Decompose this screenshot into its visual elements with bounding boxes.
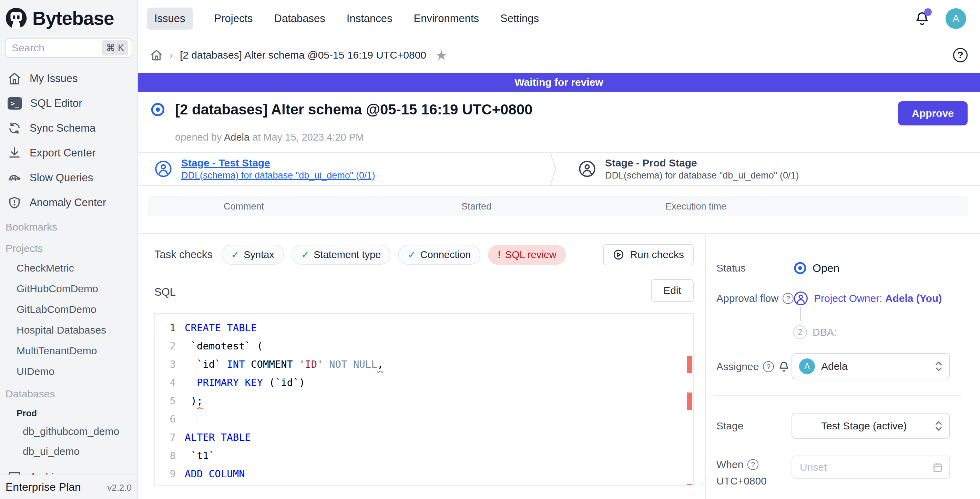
sidebar-item-sql-editor[interactable]: >_ SQL Editor xyxy=(0,91,137,116)
approval-step-2-role: DBA: xyxy=(813,326,837,338)
code-line: 5 ); xyxy=(155,392,693,410)
check-syntax[interactable]: ✓ Syntax xyxy=(221,245,284,265)
sidebar-item-label: Export Center xyxy=(30,147,95,159)
code-line: 8 `t1` xyxy=(155,447,693,465)
code-line: 4 PRIMARY KEY (`id`) xyxy=(155,373,693,392)
tab-issues[interactable]: Issues xyxy=(147,8,193,30)
approval-flow-label: Approval flow xyxy=(716,292,778,304)
sidebar-item-label: SQL Editor xyxy=(30,97,82,110)
code-lines: 1CREATE TABLE2 `demotest` (3 `id` INT CO… xyxy=(155,314,693,486)
code-line: 6 xyxy=(155,410,693,428)
sidebar-project-checkmetric[interactable]: CheckMetric xyxy=(0,258,137,278)
star-icon[interactable]: ★ xyxy=(435,47,448,63)
pipeline: Stage - Test Stage DDL(schema) for datab… xyxy=(138,152,980,186)
version-label: v2.2.0 xyxy=(107,483,132,493)
approval-help-icon[interactable]: ? xyxy=(783,293,794,304)
approve-button[interactable]: Approve xyxy=(898,101,967,126)
nav-tabs: Issues Projects Databases Instances Envi… xyxy=(147,8,539,30)
code-line: 2 `demotest` ( xyxy=(155,337,693,355)
stage-task: DDL(schema) for database "db_ui_demo" (0… xyxy=(605,170,799,181)
run-checks-button[interactable]: Run checks xyxy=(603,244,694,265)
chevron-up-down-icon xyxy=(934,361,943,372)
shield-alert-icon xyxy=(8,196,21,210)
bytebase-logo-icon xyxy=(5,7,27,30)
sidebar-item-export-center[interactable]: Export Center xyxy=(0,141,137,165)
stage-title-link[interactable]: Stage - Test Stage xyxy=(181,157,375,169)
sidebar-db-ui-demo[interactable]: db_ui_demo xyxy=(0,442,137,461)
sidebar-item-label: My Issues xyxy=(30,72,78,85)
stage-test-stage[interactable]: Stage - Test Stage DDL(schema) for datab… xyxy=(138,153,544,185)
tab-databases[interactable]: Databases xyxy=(274,8,325,30)
stage-prod-stage[interactable]: Stage - Prod Stage DDL(schema) for datab… xyxy=(562,153,968,185)
sidebar-project-multitenantdemo[interactable]: MultiTenantDemo xyxy=(0,340,137,361)
stage-separator-chevron xyxy=(544,153,562,185)
stage-person-icon xyxy=(578,160,596,178)
sidebar-item-sync-schema[interactable]: Sync Schema xyxy=(0,116,137,141)
task-checks-row: Task checks ✓ Syntax ✓ Statement type ✓ … xyxy=(154,244,694,265)
logo-text: Bytebase xyxy=(32,7,114,29)
check-sql-review[interactable]: ! SQL review xyxy=(488,245,566,265)
search-placeholder: Search xyxy=(12,42,102,54)
run-checks-label: Run checks xyxy=(630,249,684,261)
when-datetime-input[interactable]: Unset xyxy=(792,456,950,479)
approval-step-2-row: 2 DBA: xyxy=(716,324,970,340)
panel-divider xyxy=(714,395,961,396)
assignee-select[interactable]: A Adela xyxy=(792,353,950,380)
tab-projects[interactable]: Projects xyxy=(214,8,253,30)
issue-author[interactable]: Adela xyxy=(224,132,250,143)
check-pass-icon: ✓ xyxy=(408,249,416,261)
opened-at-connector: at xyxy=(252,132,261,143)
chevron-up-down-icon xyxy=(934,420,943,432)
search-input[interactable]: Search ⌘ K xyxy=(5,38,132,58)
user-avatar[interactable]: A xyxy=(945,8,966,29)
edit-sql-button[interactable]: Edit xyxy=(651,279,694,302)
play-circle-icon xyxy=(612,249,624,261)
sidebar: Bytebase Search ⌘ K My Issues >_ SQL Edi… xyxy=(0,0,138,499)
task-run-table-header: Comment Started Execution time xyxy=(148,196,968,216)
sql-section-label: SQL xyxy=(154,286,176,299)
approval-step-number: 2 xyxy=(793,325,807,339)
opened-by-prefix: opened by xyxy=(175,132,221,143)
assignee-help-icon[interactable]: ? xyxy=(763,361,774,372)
sidebar-section-projects: Projects xyxy=(0,237,137,258)
check-statement-type[interactable]: ✓ Statement type xyxy=(291,245,390,265)
tab-settings[interactable]: Settings xyxy=(500,8,539,30)
sidebar-item-label: Sync Schema xyxy=(30,122,95,134)
code-line: 1CREATE TABLE xyxy=(155,319,693,337)
sidebar-db-githubcom-demo[interactable]: db_githubcom_demo xyxy=(0,421,137,442)
sidebar-menu: My Issues >_ SQL Editor Sync Schema Expo… xyxy=(0,66,137,215)
stage-task-link[interactable]: DDL(schema) for database "db_ui_demo" (0… xyxy=(181,170,375,181)
notification-bell-icon[interactable] xyxy=(915,11,930,26)
code-line: 10 (`emp_no` TINYINT(1) NOT NULL); xyxy=(155,483,693,486)
main-area: Issues Projects Databases Instances Envi… xyxy=(138,0,980,499)
tab-environments[interactable]: Environments xyxy=(414,8,479,30)
status-label: Status xyxy=(716,262,746,274)
when-help-icon[interactable]: ? xyxy=(748,459,759,470)
when-placeholder: Unset xyxy=(800,461,932,473)
logo[interactable]: Bytebase xyxy=(0,0,137,33)
sidebar-project-gitlabcomdemo[interactable]: GitLabComDemo xyxy=(0,299,137,320)
stage-select[interactable]: Test Stage (active) xyxy=(792,413,950,439)
stage-title: Stage - Prod Stage xyxy=(605,157,799,169)
issue-subtitle: opened by Adela at May 15, 2023 4:20 PM xyxy=(138,128,980,152)
sidebar-item-label: Anomaly Center xyxy=(30,196,106,209)
issue-open-icon xyxy=(150,102,165,117)
sidebar-item-slow-queries[interactable]: Slow Queries xyxy=(0,165,137,190)
sidebar-item-my-issues[interactable]: My Issues xyxy=(0,66,137,91)
check-connection[interactable]: ✓ Connection xyxy=(398,245,480,265)
sidebar-project-githubcomdemo[interactable]: GitHubComDemo xyxy=(0,278,137,299)
sidebar-project-hospital-databases[interactable]: Hospital Databases xyxy=(0,320,137,340)
sql-editor[interactable]: 1CREATE TABLE2 `demotest` (3 `id` INT CO… xyxy=(154,313,694,486)
breadcrumb-home-icon[interactable] xyxy=(150,49,163,61)
issue-header: [2 databases] Alter schema @05-15 16:19 … xyxy=(138,92,980,128)
tab-instances[interactable]: Instances xyxy=(347,8,393,30)
breadcrumb-title[interactable]: [2 databases] Alter schema @05-15 16:19 … xyxy=(180,49,426,61)
sidebar-project-uidemo[interactable]: UIDemo xyxy=(0,361,137,382)
plan-label[interactable]: Enterprise Plan xyxy=(5,481,81,494)
sidebar-item-anomaly-center[interactable]: Anomaly Center xyxy=(0,190,137,215)
help-icon[interactable]: ? xyxy=(953,48,967,62)
assignee-notify-bell-icon[interactable] xyxy=(778,361,790,372)
assignee-avatar: A xyxy=(799,358,815,374)
approval-step-1[interactable]: Project Owner: Adela (You) xyxy=(814,292,942,304)
lower-split: Task checks ✓ Syntax ✓ Statement type ✓ … xyxy=(138,233,980,499)
